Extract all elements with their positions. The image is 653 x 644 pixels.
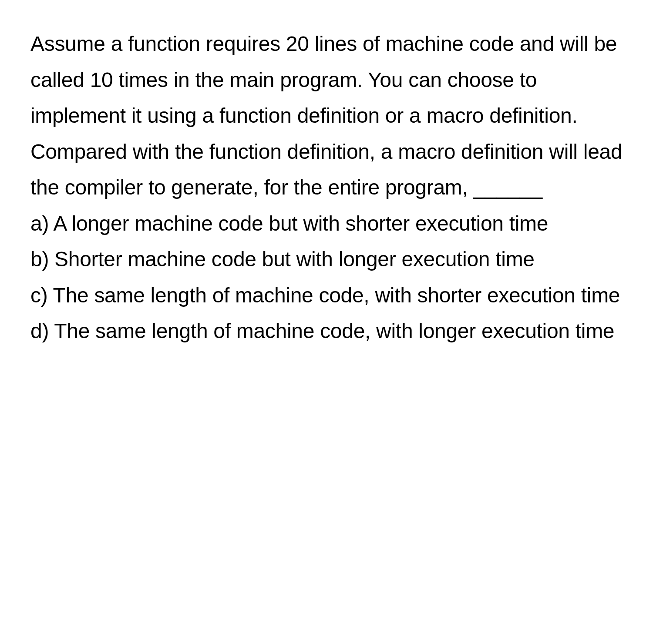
option-b: b) Shorter machine code but with longer … (30, 242, 627, 278)
question-stem: Assume a function requires 20 lines of m… (30, 26, 627, 206)
option-a: a) A longer machine code but with shorte… (30, 206, 627, 242)
option-d: d) The same length of machine code, with… (30, 313, 627, 349)
option-c: c) The same length of machine code, with… (30, 278, 627, 314)
